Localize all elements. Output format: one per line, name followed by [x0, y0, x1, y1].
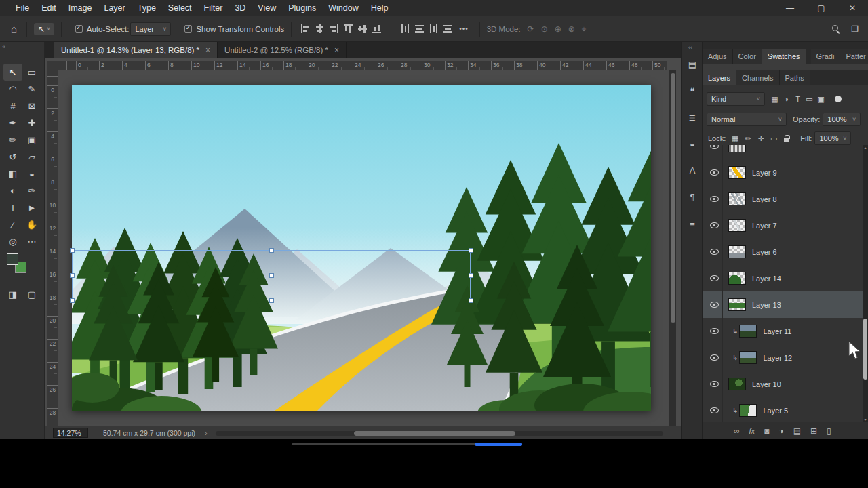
layer-visibility-cell[interactable]: [707, 318, 723, 344]
quick-mask-button[interactable]: ◨: [3, 286, 22, 302]
fill-dropdown[interactable]: 100%: [814, 131, 851, 145]
link-layers-button[interactable]: ∞: [734, 426, 740, 436]
align-top-icon[interactable]: [344, 24, 353, 33]
transform-handle-top-right[interactable]: [469, 248, 473, 253]
pasteboard[interactable]: [58, 70, 666, 426]
transform-handle-top-center[interactable]: [269, 248, 274, 253]
filter-shape-layers-icon[interactable]: ▭: [804, 95, 815, 104]
line-tool[interactable]: ∕: [3, 216, 22, 233]
close-button[interactable]: ✕: [837, 0, 868, 16]
eyedropper-tool[interactable]: ✒: [3, 115, 22, 131]
transform-handle-middle-right[interactable]: [469, 273, 473, 278]
vertical-ruler[interactable]: 0246810121416182022242628: [47, 70, 58, 426]
panel-tab-color[interactable]: Color: [733, 49, 762, 64]
history-panel-button[interactable]: ▤: [684, 57, 701, 72]
layer-thumbnail[interactable]: [728, 298, 746, 311]
status-popout-arrow[interactable]: ›: [205, 429, 208, 437]
layer-visibility-cell[interactable]: [707, 397, 723, 422]
lasso-tool[interactable]: ◠: [3, 81, 22, 98]
layer-row[interactable]: ↳Layer 12: [703, 344, 863, 371]
home-icon[interactable]: ⌂: [8, 23, 20, 35]
adjustments-panel-button[interactable]: ◒: [684, 136, 701, 151]
transform-handle-center[interactable]: [269, 273, 274, 278]
show-transform-checkbox[interactable]: [184, 25, 192, 33]
layer-row[interactable]: ↳Layer 5: [703, 397, 863, 422]
menu-file[interactable]: File: [9, 0, 35, 16]
maximize-button[interactable]: ▢: [806, 0, 837, 16]
document-info[interactable]: 50.74 cm x 29.7 cm (300 ppi): [103, 429, 195, 437]
scrollbar-thumb[interactable]: [671, 73, 675, 323]
menu-help[interactable]: Help: [365, 0, 395, 16]
active-tool-indicator[interactable]: ↖ ˅: [34, 23, 54, 35]
lock-artboard-icon[interactable]: ▭: [770, 134, 778, 143]
filter-adjustment-layers-icon[interactable]: ◑: [781, 95, 792, 104]
3d-mode-icon-5[interactable]: ⌖: [582, 24, 587, 34]
canvas-vertical-scrollbar[interactable]: [669, 70, 676, 426]
panel-tab-paths[interactable]: Paths: [780, 70, 810, 85]
zoom-level-field[interactable]: 14.27%: [53, 428, 88, 438]
layer-thumbnail[interactable]: [728, 166, 746, 179]
marquee-tool[interactable]: ▭: [22, 64, 41, 81]
path-selection-tool[interactable]: ►: [22, 199, 41, 216]
panel-scrollbar[interactable]: ▴ ▾: [863, 145, 868, 422]
layer-row[interactable]: [703, 145, 863, 159]
align-center-icon[interactable]: [315, 24, 324, 33]
tab-close-icon[interactable]: ×: [205, 45, 210, 55]
filter-kind-dropdown[interactable]: Kind: [707, 92, 765, 106]
menu-edit[interactable]: Edit: [35, 0, 62, 16]
layer-thumbnail[interactable]: [728, 192, 746, 205]
3d-mode-icon-4[interactable]: ⊗: [568, 24, 575, 34]
new-layer-button[interactable]: ⊞: [810, 426, 817, 436]
search-icon[interactable]: [832, 25, 840, 33]
layer-row[interactable]: Layer 7: [703, 212, 863, 239]
collapse-toolbar-icon[interactable]: «: [2, 43, 5, 50]
panel-tab-patter[interactable]: Patter: [840, 49, 868, 64]
edit-toolbar-button[interactable]: ⋯: [22, 233, 41, 250]
group-layers-button[interactable]: ▤: [793, 426, 801, 436]
delete-layer-button[interactable]: ▯: [827, 426, 831, 436]
layer-row[interactable]: Layer 14: [703, 265, 863, 291]
filter-toggle-icon[interactable]: [835, 96, 842, 102]
layer-thumbnail[interactable]: [739, 404, 757, 417]
transform-handle-bottom-center[interactable]: [269, 298, 274, 303]
zoom-tool[interactable]: ◎: [3, 233, 22, 250]
layer-thumbnail[interactable]: [739, 325, 757, 338]
type-tool[interactable]: T: [3, 199, 22, 216]
healing-brush-tool[interactable]: ✚: [22, 115, 41, 131]
layer-visibility-cell[interactable]: [707, 212, 723, 239]
3d-mode-icon-1[interactable]: ⟳: [528, 24, 534, 34]
opacity-dropdown[interactable]: 100%: [823, 113, 861, 126]
transform-handle-bottom-left[interactable]: [70, 298, 75, 303]
menu-type[interactable]: Type: [132, 0, 162, 16]
lock-image-pixels-icon[interactable]: ✏: [744, 134, 752, 143]
auto-select-checkbox[interactable]: [75, 25, 83, 33]
menu-window[interactable]: Window: [322, 0, 364, 16]
layer-row[interactable]: Layer 10: [703, 371, 863, 397]
scrollbar-thumb[interactable]: [354, 431, 515, 436]
clone-stamp-tool[interactable]: ▣: [22, 131, 41, 148]
workspace-switcher-icon[interactable]: ❐: [851, 24, 859, 34]
gradient-tool[interactable]: ◧: [3, 165, 22, 182]
menu-plugins[interactable]: Plugins: [282, 0, 322, 16]
menu-layer[interactable]: Layer: [98, 0, 131, 16]
panel-tab-gradi[interactable]: Gradi: [811, 49, 841, 64]
distribute-spacing-icon[interactable]: [429, 24, 438, 33]
canvas-horizontal-scrollbar[interactable]: [216, 431, 663, 436]
pen-tool[interactable]: ✑: [22, 182, 41, 199]
filter-pixel-layers-icon[interactable]: ▦: [769, 95, 781, 104]
screen-mode-button[interactable]: ▢: [22, 286, 41, 302]
crop-tool[interactable]: #: [3, 98, 22, 115]
frame-tool[interactable]: ⊠: [22, 98, 41, 115]
quick-selection-tool[interactable]: ✎: [22, 81, 41, 98]
panel-tab-swatches[interactable]: Swatches: [762, 49, 806, 64]
layer-visibility-cell[interactable]: [707, 344, 723, 371]
lock-position-icon[interactable]: ✛: [757, 134, 765, 143]
move-tool[interactable]: ↖: [3, 64, 22, 81]
filter-smart-objects-icon[interactable]: ▣: [815, 95, 827, 104]
collapse-dock-icon[interactable]: ‹‹: [688, 44, 692, 51]
layer-visibility-cell[interactable]: [707, 291, 723, 318]
layer-thumbnail[interactable]: [728, 245, 746, 258]
layer-row[interactable]: ↳Layer 11: [703, 318, 863, 344]
dodge-tool[interactable]: ◐: [3, 182, 22, 199]
tab-close-icon[interactable]: ×: [334, 45, 339, 55]
